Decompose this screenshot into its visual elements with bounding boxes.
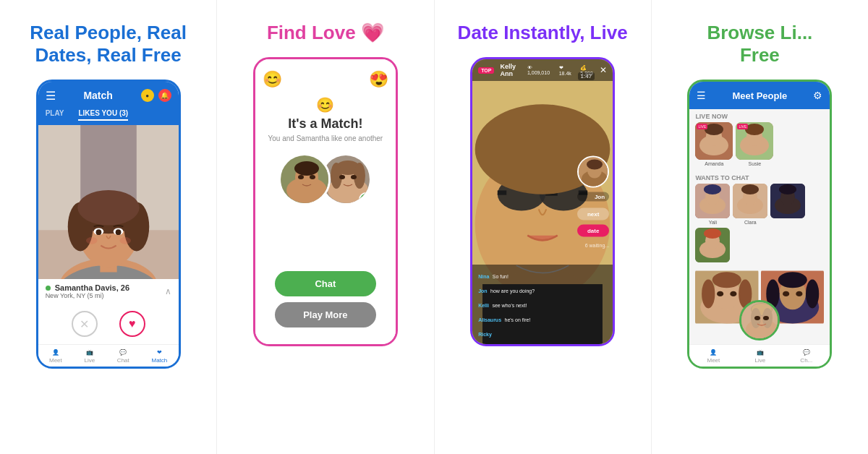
live-badge: TOP [478,67,494,74]
close-button[interactable]: ✕ [600,65,607,75]
emoji-left: 😊 [263,70,282,89]
svg-point-14 [115,230,121,236]
live-icon: 📺 [86,349,93,356]
emoji-row: 😊 😍 [263,70,388,89]
phone1-actions: ✕ ♥ [38,304,179,344]
match-avatars: ✓ [278,153,372,205]
person-name: Samantha Davis, 26 [46,283,129,292]
live-user-2[interactable]: LIVE Susie [736,122,773,166]
chat-thumb-4 [695,228,730,262]
col3-headline: Date Instantly, Live [458,22,628,44]
svg-point-83 [806,280,819,309]
column-4: Browse Li...Free ☰ Meet People ⚙ LIVE NO… [652,0,868,454]
svg-point-13 [95,230,101,236]
phone3-body: TOP Kelly Ann 👁 1,009,010 ❤ 18.4k 💰 5,99… [472,59,613,344]
phone1-bottom-nav: 👤 Meet 📺 Live 💬 Chat ❤ Match [38,344,179,367]
settings-icon-4[interactable]: ⚙ [813,90,822,101]
match-icon: ❤ [157,349,162,356]
streamer-name: Kelly Ann [500,63,527,77]
phone1-title: Match [83,90,112,101]
column-2: Find Love 💗 😊 😍 😊 It's a Match! You and … [217,0,434,454]
col1-headline: Real People, Real Dates, Real Free [11,22,205,67]
chat-message: Kelli see who's next! [478,297,607,310]
match-checkmark: ✓ [359,192,372,205]
svg-point-77 [731,291,737,296]
svg-point-30 [351,175,357,179]
stream-chat: Nina So fun! Jon how are you doing? Kell… [472,265,613,344]
live-icon-4: 📺 [757,349,764,356]
svg-point-65 [779,184,796,194]
meet-icon: 👤 [52,349,59,356]
date-button[interactable]: date [577,225,609,237]
nav4-live[interactable]: 📺 Live [754,349,765,364]
chat-message: Nina So fun! [478,268,607,281]
chat-users-row: Yali Clara [689,184,830,265]
phone1-tabs: PLAY LIKES YOU (3) [38,109,179,125]
stream-action-buttons: Jon next date 6 waiting... [577,156,609,248]
phone4-body: LIVE NOW LIVE Am [689,109,830,344]
svg-point-85 [796,291,802,296]
guest-name: Jon [577,192,609,202]
svg-point-22 [310,175,315,179]
svg-point-74 [702,280,715,309]
nav-meet[interactable]: 👤 Meet [49,349,62,364]
emoji-center: 😊 [316,96,334,113]
svg-point-93 [754,316,760,320]
play-more-button[interactable]: Play More [275,302,376,327]
svg-point-16 [119,237,131,244]
phone2-body: 😊 😍 😊 It's a Match! You and Samantha lik… [255,59,396,344]
chat-user-4[interactable] [695,228,730,262]
chat-user-1[interactable]: Yali [695,184,730,225]
live-users-row: LIVE Amanda LI [689,122,830,171]
live-user-1[interactable]: LIVE Amanda [695,122,733,166]
live-now-label: LIVE NOW [689,109,830,122]
phone4-bottom-nav: 👤 Meet 📺 Live 💬 Ch... [689,344,830,367]
tab-play[interactable]: PLAY [46,109,64,121]
like-button[interactable]: ♥ [119,311,145,337]
col2-headline: Find Love 💗 [267,22,384,44]
column-1: Real People, Real Dates, Real Free ☰ Mat… [0,0,217,454]
chat-user-name-2: Clara [733,218,767,225]
nav-live[interactable]: 📺 Live [84,349,95,364]
column-3: Date Instantly, Live [435,0,652,454]
chat-thumb-3 [770,184,805,218]
svg-rect-37 [498,191,506,195]
featured-user-avatar[interactable] [739,300,780,340]
svg-point-73 [712,273,741,288]
chat-user-2[interactable]: Clara [733,184,767,225]
svg-point-57 [704,184,721,194]
chat-icon-4: 💬 [803,349,810,356]
person-photo [38,125,179,279]
chat-button[interactable]: Chat [275,271,376,296]
svg-point-15 [86,237,98,244]
meet-icon-4: 👤 [710,349,717,356]
nav-match[interactable]: ❤ Match [151,349,167,364]
tab-likes[interactable]: LIKES YOU (3) [78,109,128,121]
chat-user-3[interactable] [770,184,805,225]
chat-thumb-2 [733,184,767,218]
live-indicator: LIVE [697,124,707,129]
reject-button[interactable]: ✕ [72,311,98,337]
svg-point-53 [745,124,764,135]
hamburger-icon-4[interactable]: ☰ [697,90,706,101]
chat-icon: 💬 [119,349,127,356]
nav4-chat[interactable]: 💬 Ch... [800,349,812,364]
svg-point-21 [298,175,304,179]
phone4-title: Meet People [732,90,787,101]
notification-icon[interactable]: 🔔 [158,89,171,102]
phone-3: TOP Kelly Ann 👁 1,009,010 ❤ 18.4k 💰 5,99… [470,57,615,346]
phone4-header: ☰ Meet People ⚙ [689,82,830,109]
next-button[interactable]: next [577,208,609,220]
live-indicator-2: LIVE [737,124,748,129]
chat-thumb-1 [695,184,730,218]
photo-grid-area [689,268,830,326]
nav-chat[interactable]: 💬 Chat [117,349,129,364]
online-indicator [46,286,51,291]
expand-icon[interactable]: ∧ [165,286,171,296]
live-user-name-1: Amanda [695,160,733,166]
nav4-meet[interactable]: 👤 Meet [707,349,720,364]
hamburger-icon[interactable]: ☰ [46,89,56,103]
coin-icon[interactable]: ● [141,89,154,102]
svg-point-45 [587,160,603,170]
avatar-man [278,153,331,205]
